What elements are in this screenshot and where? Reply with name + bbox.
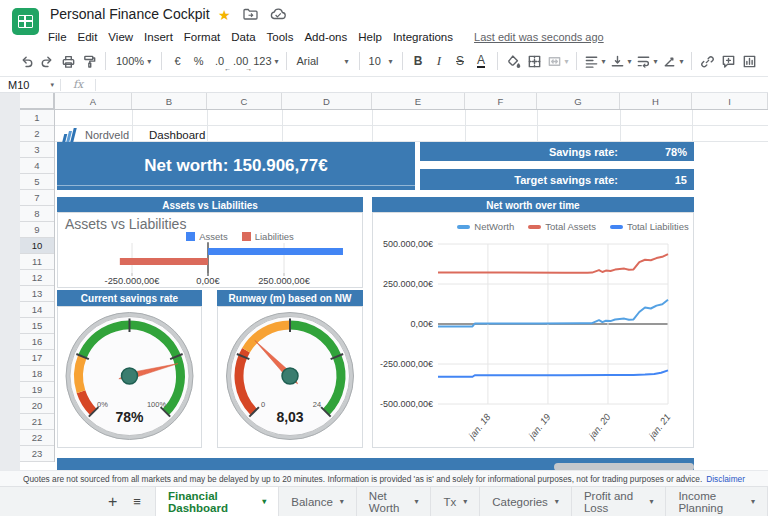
column-header-F[interactable]: F xyxy=(465,93,537,109)
vertical-align-button[interactable]: ▾ xyxy=(608,49,634,73)
runway-gauge[interactable]: 0248,03 xyxy=(217,306,363,448)
column-header-A[interactable]: A xyxy=(55,93,132,109)
select-all-corner[interactable] xyxy=(20,93,55,110)
disclaimer-link[interactable]: Disclaimer xyxy=(706,474,745,484)
increase-decimal-button[interactable]: .00→ xyxy=(230,49,251,73)
menu-data[interactable]: Data xyxy=(231,31,255,43)
row-header-10[interactable]: 10 xyxy=(20,238,54,254)
sheet-tab-financial-dashboard[interactable]: Financial Dashboard▾ xyxy=(155,487,279,516)
insert-comment-button[interactable] xyxy=(718,49,739,73)
row-header-3[interactable]: 3 xyxy=(20,142,54,158)
name-box[interactable]: M10▾ xyxy=(0,77,60,93)
document-title[interactable]: Personal Finance Cockpit xyxy=(50,6,210,22)
row-header-8[interactable]: 8 xyxy=(20,206,54,222)
row-header-14[interactable]: 14 xyxy=(20,302,54,318)
redo-button[interactable] xyxy=(37,49,58,73)
column-header-B[interactable]: B xyxy=(132,93,207,109)
text-rotation-button[interactable]: ▾ xyxy=(660,49,686,73)
column-header-G[interactable]: G xyxy=(537,93,620,109)
format-percent-button[interactable]: % xyxy=(188,49,209,73)
menu-insert[interactable]: Insert xyxy=(144,31,173,43)
chevron-down-icon: ▾ xyxy=(463,497,467,506)
menu-integrations[interactable]: Integrations xyxy=(393,31,453,43)
add-sheet-button[interactable]: + xyxy=(108,493,117,511)
fill-color-button[interactable] xyxy=(503,49,524,73)
font-family-select[interactable]: Arial▾ xyxy=(292,49,354,73)
row-header-11[interactable]: 11 xyxy=(20,254,54,270)
column-header-C[interactable]: C xyxy=(207,93,282,109)
column-header-D[interactable]: D xyxy=(282,93,372,109)
print-button[interactable] xyxy=(58,49,79,73)
insert-chart-button[interactable] xyxy=(739,49,760,73)
menu-view[interactable]: View xyxy=(108,31,133,43)
sheet-tab-net-worth[interactable]: Net Worth▾ xyxy=(357,487,432,516)
menu-edit[interactable]: Edit xyxy=(78,31,98,43)
strikethrough-button[interactable]: S xyxy=(450,49,471,73)
row-header-13[interactable]: 13 xyxy=(20,286,54,302)
row-header-7[interactable]: 7 xyxy=(20,190,54,206)
decrease-decimal-button[interactable]: .0← xyxy=(209,49,230,73)
column-header-I[interactable]: I xyxy=(692,93,768,109)
text-color-button[interactable]: A xyxy=(471,49,492,73)
borders-button[interactable] xyxy=(524,49,545,73)
sheet-tab-label: Tx xyxy=(443,496,456,508)
svg-text:0: 0 xyxy=(261,400,265,409)
paint-format-button[interactable] xyxy=(79,49,100,73)
row-header-22[interactable]: 22 xyxy=(20,430,54,446)
menu-tools[interactable]: Tools xyxy=(267,31,294,43)
more-formats-button[interactable]: 123▾ xyxy=(251,49,280,73)
legend-label: Assets xyxy=(199,231,228,242)
italic-button[interactable]: I xyxy=(429,49,450,73)
svg-text:250.000,00€: 250.000,00€ xyxy=(383,279,433,289)
all-sheets-button[interactable]: ≡ xyxy=(133,494,141,509)
zoom-select[interactable]: 100%▾ xyxy=(111,49,156,73)
spreadsheet-grid[interactable]: Nordveld Dashboard Net worth: 150.906,77… xyxy=(55,110,768,470)
star-icon[interactable]: ★ xyxy=(218,7,231,23)
sheet-tab-balance[interactable]: Balance▾ xyxy=(279,487,357,516)
row-header-12[interactable]: 12 xyxy=(20,270,54,286)
row-header-18[interactable]: 18 xyxy=(20,366,54,382)
row-header-19[interactable]: 19 xyxy=(20,382,54,398)
cloud-status-icon[interactable] xyxy=(270,6,286,24)
sheet-tab-income-planning[interactable]: Income Planning▾ xyxy=(666,487,768,516)
bold-button[interactable]: B xyxy=(408,49,429,73)
formula-input[interactable] xyxy=(108,77,768,92)
row-header-15[interactable]: 15 xyxy=(20,318,54,334)
menu-format[interactable]: Format xyxy=(184,31,220,43)
row-header-17[interactable]: 17 xyxy=(20,350,54,366)
gridline xyxy=(55,125,768,126)
row-header-21[interactable]: 21 xyxy=(20,414,54,430)
svg-text:jan. 19: jan. 19 xyxy=(525,411,553,442)
sheet-tab-tx[interactable]: Tx▾ xyxy=(431,487,480,516)
sheet-tab-categories[interactable]: Categories▾ xyxy=(480,487,572,516)
row-header-9[interactable]: 9 xyxy=(20,222,54,238)
row-header-23[interactable]: 23 xyxy=(20,446,54,462)
row-header-20[interactable]: 20 xyxy=(20,398,54,414)
row-header-1[interactable]: 1 xyxy=(20,110,54,126)
gridline xyxy=(620,110,621,142)
horizontal-align-button[interactable]: ▾ xyxy=(582,49,608,73)
column-header-E[interactable]: E xyxy=(372,93,465,109)
merge-cells-button: ▾ xyxy=(545,49,571,73)
format-currency-button[interactable]: € xyxy=(167,49,188,73)
legend-label: Liabilities xyxy=(255,231,294,242)
savings-rate-gauge[interactable]: 0%100%78% xyxy=(57,306,202,448)
row-header-16[interactable]: 16 xyxy=(20,334,54,350)
menu-file[interactable]: File xyxy=(48,31,67,43)
text-wrap-button[interactable]: ▾ xyxy=(634,49,660,73)
insert-link-button[interactable] xyxy=(697,49,718,73)
row-header-2[interactable]: 2 xyxy=(20,126,54,142)
undo-button[interactable] xyxy=(16,49,37,73)
menu-help[interactable]: Help xyxy=(358,31,382,43)
last-edit-link[interactable]: Last edit was seconds ago xyxy=(474,31,604,43)
networth-line-chart[interactable]: NetWorthTotal AssetsTotal Liabilities 50… xyxy=(372,212,694,448)
column-header-H[interactable]: H xyxy=(620,93,692,109)
row-header-5[interactable]: 5 xyxy=(20,174,54,190)
sheet-tab-profit-and-loss[interactable]: Profit and Loss▾ xyxy=(572,487,667,516)
assets-liabilities-bar-chart[interactable]: Assets vs Liabilities AssetsLiabilities … xyxy=(57,212,363,288)
move-to-folder-icon[interactable] xyxy=(243,6,258,24)
font-size-select[interactable]: 10▾ xyxy=(365,49,397,73)
menu-addons[interactable]: Add-ons xyxy=(304,31,347,43)
sheets-logo-icon[interactable] xyxy=(12,8,39,35)
row-header-4[interactable]: 4 xyxy=(20,158,54,174)
